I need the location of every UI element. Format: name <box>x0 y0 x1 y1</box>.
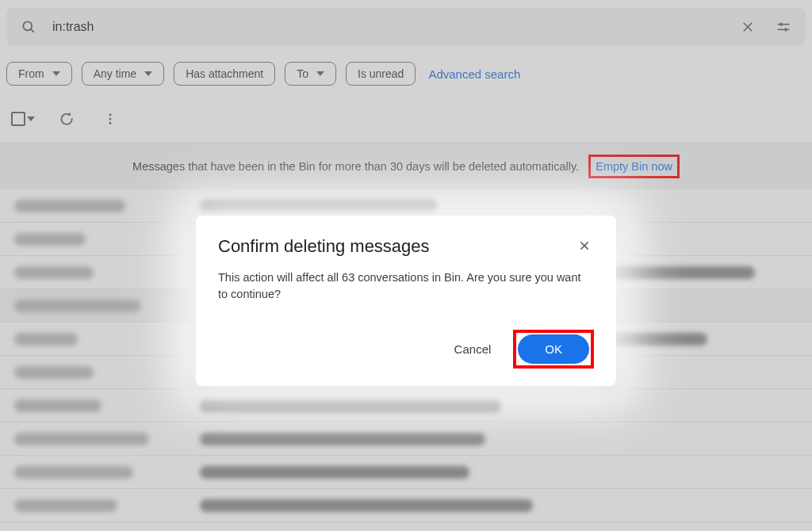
filter-to[interactable]: To <box>285 62 336 86</box>
caret-down-icon <box>316 71 324 76</box>
filter-row: From Any time Has attachment To Is unrea… <box>0 46 812 100</box>
svg-point-10 <box>109 122 112 124</box>
empty-bin-highlight: Empty Bin now <box>588 155 680 178</box>
filter-any-time[interactable]: Any time <box>82 62 164 86</box>
search-input[interactable] <box>52 20 725 34</box>
filter-is-unread[interactable]: Is unread <box>346 62 416 86</box>
ok-button[interactable]: OK <box>518 334 589 364</box>
list-item[interactable] <box>0 422 812 456</box>
banner-text: Messages that have been in the Bin for m… <box>132 160 579 173</box>
select-all-checkbox[interactable] <box>11 112 35 126</box>
refresh-button[interactable] <box>54 106 79 132</box>
cancel-button[interactable]: Cancel <box>448 336 498 362</box>
close-icon <box>578 239 591 252</box>
svg-rect-6 <box>780 23 783 26</box>
search-icon[interactable] <box>16 14 41 40</box>
filter-to-label: To <box>297 67 308 80</box>
clear-search-button[interactable] <box>736 15 760 39</box>
filter-any-time-label: Any time <box>94 67 136 80</box>
more-actions-button[interactable] <box>98 107 122 131</box>
modal-title: Confirm deleting messages <box>218 236 430 257</box>
checkbox-icon <box>11 112 25 126</box>
advanced-search-link[interactable]: Advanced search <box>428 67 520 81</box>
filter-has-attachment-label: Has attachment <box>186 67 263 80</box>
tune-icon[interactable] <box>771 14 796 40</box>
svg-line-1 <box>31 29 34 32</box>
filter-from[interactable]: From <box>6 62 72 86</box>
ok-button-highlight: OK <box>513 330 594 369</box>
svg-point-0 <box>23 21 32 30</box>
empty-bin-link[interactable]: Empty Bin now <box>596 160 672 173</box>
svg-point-8 <box>109 113 112 116</box>
caret-down-icon <box>144 71 152 76</box>
svg-point-9 <box>109 118 112 120</box>
filter-from-label: From <box>18 67 44 80</box>
trash-banner: Messages that have been in the Bin for m… <box>0 143 812 189</box>
toolbar <box>0 100 812 143</box>
modal-body-text: This action will affect all 63 conversat… <box>218 269 591 303</box>
caret-down-icon <box>52 71 60 76</box>
confirm-delete-modal: Confirm deleting messages This action wi… <box>196 216 616 386</box>
svg-rect-7 <box>785 28 787 31</box>
list-item[interactable] <box>0 456 812 489</box>
list-item[interactable] <box>0 389 812 422</box>
filter-is-unread-label: Is unread <box>358 67 404 80</box>
modal-close-button[interactable] <box>575 236 594 255</box>
caret-down-icon <box>27 117 35 121</box>
list-item[interactable] <box>0 489 812 522</box>
search-bar <box>6 8 806 46</box>
filter-has-attachment[interactable]: Has attachment <box>174 62 275 86</box>
